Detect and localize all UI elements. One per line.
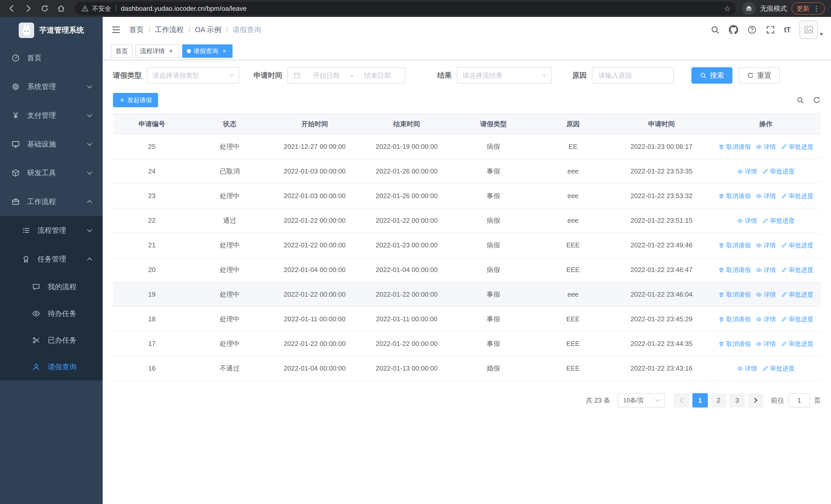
sidebar-item-task-mgmt[interactable]: 任务管理 — [0, 245, 103, 273]
breadcrumb-item[interactable]: 首页 — [130, 25, 144, 35]
next-page-button[interactable] — [748, 393, 763, 408]
cancel-leave-link[interactable]: 取消请假 — [718, 291, 751, 299]
sidebar-item-home[interactable]: 首页 — [0, 43, 103, 72]
status-cell: 处理中 — [191, 282, 268, 307]
search-icon[interactable] — [710, 25, 720, 35]
tab-close-icon[interactable]: × — [221, 48, 228, 55]
tab-process-detail[interactable]: 流程详情× — [136, 45, 179, 58]
detail-link[interactable]: 详情 — [756, 143, 776, 151]
approval-progress-link[interactable]: 审批进度 — [762, 364, 795, 373]
table-row[interactable]: 23处理中2022-01-03 00:00:002022-01-26 00:00… — [113, 183, 821, 208]
browser-reload-button[interactable] — [37, 1, 52, 16]
detail-link[interactable]: 详情 — [756, 291, 776, 299]
cancel-leave-link[interactable]: 取消请假 — [718, 143, 751, 151]
browser-menu-icon[interactable]: ⋮ — [813, 5, 820, 12]
approval-progress-link[interactable]: 审批进度 — [781, 266, 813, 274]
reason-input[interactable] — [598, 71, 668, 80]
page-button-3[interactable]: 3 — [729, 393, 745, 408]
help-icon[interactable] — [747, 25, 757, 35]
browser-home-button[interactable] — [53, 1, 69, 16]
table-row[interactable]: 19处理中2022-01-22 00:00:002022-01-22 00:00… — [113, 282, 821, 307]
refresh-list-icon[interactable] — [812, 96, 821, 104]
font-size-icon[interactable]: tT — [784, 25, 791, 34]
reset-button[interactable]: 重置 — [739, 67, 780, 84]
table-row[interactable]: 17处理中2022-01-22 00:00:002022-01-22 00:00… — [113, 331, 821, 356]
cancel-leave-link[interactable]: 取消请假 — [718, 192, 751, 200]
cancel-leave-link[interactable]: 取消请假 — [718, 266, 751, 274]
url-text[interactable]: dashboard.yudao.iocoder.cn/bpm/oa/leave — [121, 5, 247, 12]
avatar[interactable] — [799, 21, 818, 39]
toggle-search-icon[interactable] — [796, 96, 804, 104]
approval-progress-link[interactable]: 审批进度 — [781, 340, 813, 348]
cancel-leave-link[interactable]: 取消请假 — [718, 315, 751, 323]
chevron-left-icon — [680, 398, 685, 403]
hamburger-icon[interactable] — [111, 25, 121, 35]
detail-link[interactable]: 详情 — [737, 167, 757, 176]
sidebar-item-workflow[interactable]: 工作流程 — [0, 187, 103, 216]
sidebar-item-system[interactable]: 系统管理 — [0, 72, 103, 101]
browser-update-button[interactable]: 更新 ⋮ — [792, 2, 825, 14]
start-date-placeholder[interactable]: 开始日期 — [304, 71, 349, 80]
detail-link[interactable]: 详情 — [737, 216, 757, 225]
sidebar-item-leave-query[interactable]: 请假查询 — [0, 354, 103, 380]
end-time-cell: 2022-01-11 00:00:00 — [361, 307, 453, 331]
approval-progress-link[interactable]: 审批进度 — [781, 315, 813, 323]
goto-page-input[interactable] — [789, 393, 810, 408]
sidebar-item-my-process[interactable]: 我的流程 — [0, 273, 103, 300]
sidebar-item-dev-tools[interactable]: 研发工具 — [0, 158, 103, 187]
apply-time-range-picker[interactable]: 开始日期 - 结束日期 — [287, 67, 405, 84]
result-select[interactable]: 请选择流结果 — [457, 67, 552, 84]
approval-progress-link[interactable]: 审批进度 — [781, 241, 813, 249]
chevron-down-icon — [87, 141, 92, 146]
approval-progress-link[interactable]: 审批进度 — [781, 143, 813, 151]
table-row[interactable]: 25处理中2021-12-27 00:00:002022-01-19 00:00… — [113, 134, 821, 159]
search-button[interactable]: 搜索 — [691, 67, 733, 84]
bookmark-star-icon[interactable]: ☆ — [721, 2, 734, 15]
detail-link[interactable]: 详情 — [756, 340, 776, 348]
detail-link[interactable]: 详情 — [756, 266, 776, 274]
table-row[interactable]: 16不通过2022-01-04 00:00:002022-01-13 00:00… — [113, 356, 821, 381]
table-row[interactable]: 18处理中2022-01-11 00:00:002022-01-11 00:00… — [113, 307, 821, 331]
sidebar-item-infrastructure[interactable]: 基础设施 — [0, 130, 103, 158]
approval-progress-link[interactable]: 审批进度 — [762, 167, 795, 176]
leave-type-select[interactable]: 请选择请假类型 — [147, 67, 239, 84]
table-row[interactable]: 21处理中2022-01-22 00:00:002022-01-23 00:00… — [113, 233, 821, 257]
end-date-placeholder[interactable]: 结束日期 — [355, 71, 400, 80]
github-icon[interactable] — [728, 25, 738, 35]
detail-link[interactable]: 详情 — [756, 315, 776, 323]
approval-progress-link[interactable]: 审批进度 — [781, 291, 813, 299]
breadcrumb-item[interactable]: OA 示例 — [195, 25, 222, 35]
detail-link[interactable]: 详情 — [756, 192, 776, 200]
operations-cell: 取消请假详情审批进度 — [711, 233, 821, 257]
browser-forward-button[interactable] — [21, 1, 36, 16]
prev-page-button[interactable] — [674, 393, 689, 408]
table-row[interactable]: 22通过2022-01-22 00:00:002022-01-22 00:00:… — [113, 208, 821, 233]
user-menu[interactable]: ▾ — [799, 21, 823, 39]
page-button-1[interactable]: 1 — [692, 393, 708, 408]
eye-icon — [756, 242, 762, 248]
browser-back-button[interactable] — [4, 1, 20, 16]
table-row[interactable]: 24已取消2022-01-03 00:00:002022-01-26 00:00… — [113, 159, 821, 183]
sidebar-item-process-mgmt[interactable]: 流程管理 — [0, 216, 103, 245]
tab-leave-query[interactable]: 请假查询× — [182, 45, 232, 58]
approval-progress-link[interactable]: 审批进度 — [762, 216, 795, 225]
tab-home[interactable]: 首页 — [111, 45, 133, 58]
detail-link[interactable]: 详情 — [756, 241, 776, 249]
sidebar-item-done-tasks[interactable]: 已办任务 — [0, 327, 103, 354]
breadcrumb-item[interactable]: 工作流程 — [155, 25, 184, 35]
address-bar[interactable]: 不安全 dashboard.yudao.iocoder.cn/bpm/oa/le… — [75, 2, 736, 15]
page-button-2[interactable]: 2 — [711, 393, 726, 408]
cancel-leave-link[interactable]: 取消请假 — [718, 340, 751, 348]
detail-link[interactable]: 详情 — [737, 364, 757, 373]
tab-close-icon[interactable]: × — [167, 48, 174, 55]
page-size-select[interactable]: 10条/页 — [618, 393, 665, 408]
fullscreen-icon[interactable] — [766, 25, 775, 35]
table-row[interactable]: 20处理中2022-01-04 00:00:002022-01-04 00:00… — [113, 257, 821, 282]
cancel-leave-link[interactable]: 取消请假 — [718, 241, 751, 249]
eye-icon — [756, 267, 762, 273]
sidebar-item-todo-tasks[interactable]: 待办任务 — [0, 300, 103, 327]
approval-progress-link[interactable]: 审批进度 — [781, 192, 813, 200]
create-leave-button[interactable]: 发起请假 — [113, 93, 158, 107]
security-warning-icon[interactable] — [81, 5, 89, 12]
sidebar-item-payment[interactable]: 支付管理 — [0, 101, 103, 130]
